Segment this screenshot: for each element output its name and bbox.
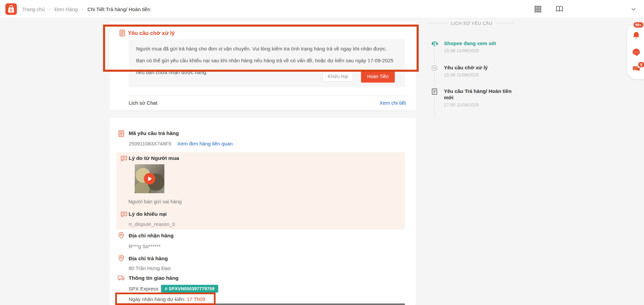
buyer-reason-value: Người bán gửi sai hàng [128,199,182,204]
request-id-label: Mã yêu cầu trả hàng [129,130,179,136]
dispute-button[interactable]: Khiếu Nại [323,71,353,81]
chevron-down-icon[interactable] [629,5,638,13]
svg-text:S: S [10,8,12,12]
receive-address-label: Địa chỉ nhận hàng [129,233,173,239]
chat-history-label: Lịch sử Chat [129,100,157,106]
carrier-name: SPX Express [129,286,158,292]
timeline-connector [434,40,435,118]
divider [429,23,448,24]
timeline-item-timestamp: 15:38 11/09/2025 [444,48,516,53]
return-detail-card: Mã yêu cầu trả hàng 250911083X748F5 Xem … [109,118,416,305]
scales-icon [430,40,439,48]
timeline-item-label: Yêu cầu Trả hàng/ Hoàn tiền mới [444,88,516,101]
receive-address-value: R***g So****** [129,243,160,249]
play-icon[interactable] [144,173,155,184]
timeline-item-timestamp: 17:50 11/09/2025 [444,102,516,107]
floating-action-rail [627,24,644,79]
chat-history-row: Lịch sử Chat Xem chi tiết [129,95,406,110]
document-icon [430,88,439,96]
transfer-arrows-icon [430,64,439,72]
document-icon [118,130,125,137]
chat-bubble-icon [120,155,128,162]
buyer-reason-section: Lý do từ Người mua Người bán gửi sai hàn… [116,152,405,230]
document-icon [119,29,126,37]
top-header-bar: S Trang chủ › Đơn Hàng › Chi Tiết Trả hà… [0,0,644,18]
breadcrumb-orders[interactable]: Đơn Hàng [55,6,78,12]
timeline-item-timestamp: 15:39 11/09/2025 [444,72,516,77]
status-description: Người mua đã gửi trả hàng cho đơn vị vận… [136,43,397,78]
shopee-logo[interactable]: S [5,3,17,15]
next-section-cutoff [216,304,405,305]
expected-date-row: Ngày nhận hàng dự kiến: 17 Th09 [129,296,205,302]
tracking-number-badge[interactable]: # SPXVN050397779759 [161,285,218,293]
notification-count-badge: 99+ [634,22,643,28]
refund-button[interactable]: Hoàn Tiền [361,70,395,82]
chat-bubble-icon [120,211,128,218]
request-history-sidebar: LỊCH SỬ YÊU CẦU Shopee đang xem xét 15:3… [429,21,516,26]
history-title: LỊCH SỬ YÊU CẦU [451,21,492,26]
chat-count-badge: 8 [638,62,644,67]
dispute-reason-value: rr_dispute_reason_0 [129,221,175,227]
breadcrumb-separator-icon: › [82,6,84,12]
bell-icon[interactable] [632,31,641,40]
breadcrumb: Trang chủ › Đơn Hàng › Chi Tiết Trả hàng… [22,0,150,18]
dispute-reason-label: Lý do khiếu nại [129,211,167,217]
breadcrumb-home[interactable]: Trang chủ [22,6,45,12]
return-address-label: Địa chỉ trả hàng [129,256,168,262]
expected-date-label: Ngày nhận hàng dự kiến: [129,296,187,302]
breadcrumb-current-page: Chi Tiết Trả hàng/ Hoàn tiền [87,6,150,12]
chat-history-detail-link[interactable]: Xem chi tiết [380,100,406,106]
expected-date-value: 17 Th09 [187,296,205,302]
buyer-reason-label: Lý do từ Người mua [129,155,179,161]
headset-icon[interactable] [632,48,641,57]
return-address-value: 80 Trần Hưng Đạo [129,265,170,271]
timeline-item-label: Yêu cầu chờ xử lý [444,64,516,71]
request-id-value: 250911083X748F5 [129,141,171,146]
apps-grid-icon[interactable] [534,5,542,13]
location-pin-icon [118,232,125,239]
truck-icon [118,274,125,281]
location-pin-icon [118,255,125,262]
evidence-video-thumbnail[interactable] [135,164,164,193]
pending-request-card: Yêu cầu chờ xử lý Người mua đã gửi trả h… [109,21,416,110]
divider [496,23,515,24]
breadcrumb-separator-icon: › [49,6,51,12]
pending-status-title: Yêu cầu chờ xử lý [128,30,175,36]
related-order-link[interactable]: Xem đơn hàng liên quan [178,141,233,146]
shipping-info-label: Thông tin giao hàng [129,275,179,281]
timeline-item-label: Shopee đang xem xét [444,40,516,46]
guide-book-icon[interactable] [555,5,564,13]
